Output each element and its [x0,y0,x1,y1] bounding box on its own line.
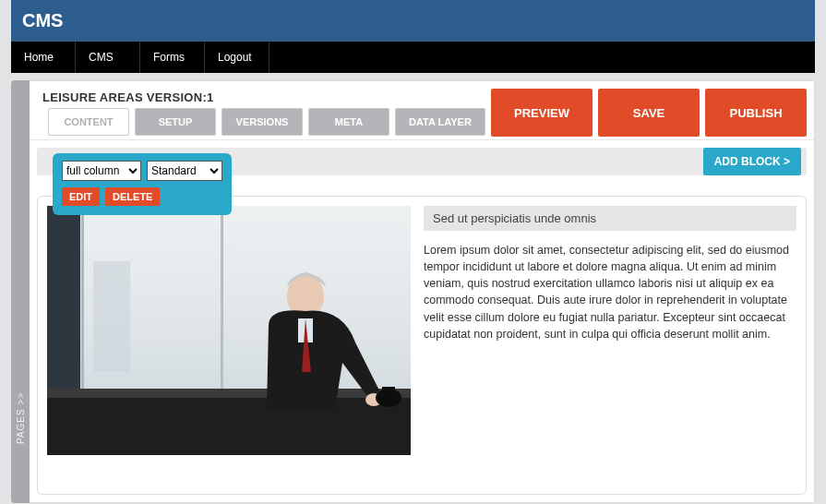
svg-rect-6 [47,389,411,398]
nav-home[interactable]: Home [11,42,76,73]
edit-block-button[interactable]: EDIT [62,187,100,206]
block-body-text: Lorem ipsum dolor sit amet, consectetur … [424,242,796,342]
page-title: LEISURE AREAS VERSION:1 [42,89,491,104]
app-title: CMS [22,10,63,31]
main-nav: Home CMS Forms Logout [11,42,815,73]
preview-button[interactable]: PREVIEW [491,89,593,137]
tab-setup[interactable]: SETUP [135,108,216,136]
pages-sidebar-toggle[interactable]: PAGES >> [11,80,30,503]
block-image [47,206,411,455]
tab-versions[interactable]: VERSIONS [221,108,303,136]
svg-rect-4 [93,261,130,372]
add-block-button[interactable]: ADD BLOCK > [703,148,801,175]
block-subheading: Sed ut perspiciatis unde omnis [424,206,796,231]
content-area: LEISURE AREAS VERSION:1 PREVIEW SAVE PUB… [30,80,815,503]
layout-select[interactable]: full column [62,161,141,181]
tab-datalayer[interactable]: DATA LAYER [395,108,485,136]
pages-sidebar-label: PAGES >> [16,392,26,444]
style-select[interactable]: Standard [147,161,222,181]
nav-forms[interactable]: Forms [140,42,205,73]
save-button[interactable]: SAVE [598,89,700,137]
delete-block-button[interactable]: DELETE [105,187,160,206]
nav-logout[interactable]: Logout [205,42,269,73]
block-controls: full column Standard EDIT DELETE [53,153,232,215]
publish-button[interactable]: PUBLISH [705,89,807,137]
content-tabs: CONTENT SETUP VERSIONS META DATA LAYER [48,108,485,136]
svg-rect-5 [47,395,411,455]
tab-content[interactable]: CONTENT [48,108,129,136]
app-header: CMS [11,0,815,42]
tab-meta[interactable]: META [308,108,389,136]
nav-cms[interactable]: CMS [76,42,140,73]
svg-rect-11 [382,387,395,400]
content-block: Sed ut perspiciatis unde omnis Lorem ips… [37,196,807,495]
